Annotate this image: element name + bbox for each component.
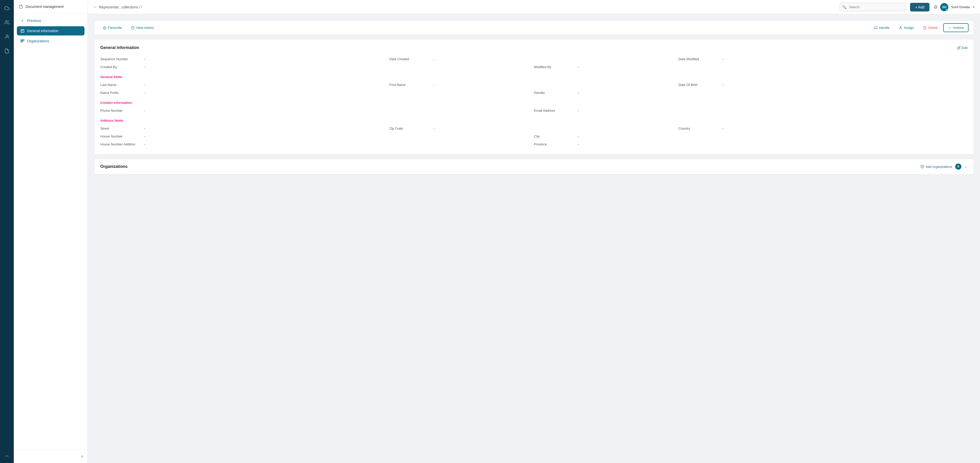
people-icon[interactable] bbox=[3, 18, 11, 27]
sidebar-item-previous[interactable]: Previous bbox=[17, 16, 84, 25]
back-arrow-icon[interactable]: ← bbox=[93, 4, 97, 10]
sidebar-item-general-information[interactable]: General information bbox=[17, 26, 84, 35]
main-area: ← Representat...collections / / 🔍 + Add … bbox=[88, 0, 980, 463]
content-area: Favourite View history Handle Assign bbox=[88, 14, 980, 463]
modified-by-field: Modified By - bbox=[534, 63, 968, 71]
sidebar-previous-label: Previous bbox=[27, 19, 41, 23]
search-wrapper: 🔍 bbox=[840, 3, 906, 11]
cloud-icon[interactable] bbox=[3, 4, 11, 12]
organizations-chevron-icon[interactable]: ⌄ bbox=[964, 165, 967, 169]
view-history-label: View history bbox=[136, 26, 154, 30]
svg-rect-5 bbox=[21, 40, 22, 41]
house-number-value: - bbox=[144, 135, 145, 138]
add-organizations-button[interactable]: Add organizations bbox=[921, 165, 952, 169]
last-name-label: Last Name bbox=[100, 83, 141, 87]
svg-marker-10 bbox=[103, 26, 106, 29]
gender-value: - bbox=[578, 91, 579, 95]
user-dropdown-icon[interactable]: ▼ bbox=[972, 6, 975, 8]
user-name: Sunil Gowda bbox=[951, 5, 970, 9]
expand-rail-button[interactable]: >> bbox=[5, 454, 9, 458]
created-by-value: - bbox=[144, 65, 145, 69]
name-prefix-value: - bbox=[144, 91, 145, 95]
first-name-value: - bbox=[433, 83, 434, 87]
user-section[interactable]: ⚙ SU Sunil Gowda ▼ bbox=[934, 3, 975, 11]
svg-rect-2 bbox=[21, 29, 24, 32]
house-number-addition-label: House Number Addition bbox=[100, 142, 141, 146]
gender-label: Gender bbox=[534, 91, 575, 95]
general-info-card: General information Edit Sequence Number… bbox=[94, 39, 974, 155]
search-input[interactable] bbox=[840, 3, 906, 11]
last-name-field: Last Name - bbox=[100, 81, 389, 89]
general-fields-row1: Last Name - First Name - Date Of Birth - bbox=[100, 81, 967, 89]
online-indicator bbox=[946, 9, 948, 11]
breadcrumb: ← Representat...collections / / bbox=[93, 4, 835, 10]
sidebar-collapse-button[interactable]: « bbox=[81, 453, 83, 459]
organizations-count-badge: 0 bbox=[955, 163, 961, 170]
country-value: - bbox=[722, 127, 724, 130]
modified-by-value: - bbox=[578, 65, 579, 69]
first-name-field: First Name - bbox=[389, 81, 678, 89]
field-grid-row1: Sequence Number - Date Created - Date Mo… bbox=[100, 55, 967, 63]
organizations-count: 0 bbox=[958, 165, 959, 168]
assign-label: Assign bbox=[904, 26, 914, 30]
delete-button[interactable]: Delete bbox=[920, 24, 942, 32]
email-address-field: Email Address - bbox=[534, 107, 968, 114]
edit-button[interactable]: Edit bbox=[957, 46, 967, 50]
email-address-label: Email Address bbox=[534, 109, 575, 113]
address-fields-section-label: Address fields bbox=[100, 119, 967, 122]
actions-button[interactable]: Actions bbox=[943, 23, 969, 32]
gear-icon[interactable]: ⚙ bbox=[934, 4, 938, 10]
assign-button[interactable]: Assign bbox=[895, 24, 918, 32]
add-button[interactable]: + Add bbox=[910, 3, 929, 11]
handle-button[interactable]: Handle bbox=[870, 24, 893, 32]
svg-point-1 bbox=[6, 35, 8, 37]
sidebar-item-organizations[interactable]: Organizations bbox=[17, 36, 84, 46]
phone-number-label: Phone Number bbox=[100, 109, 141, 113]
general-fields-row2: Name Prefix - Gender - bbox=[100, 89, 967, 97]
general-info-title: General information bbox=[100, 45, 139, 50]
street-value: - bbox=[144, 127, 145, 130]
field-grid-row2: Created By - Modified By - bbox=[100, 63, 967, 71]
last-name-value: - bbox=[144, 83, 145, 87]
province-field: Province - bbox=[534, 140, 968, 148]
address-row3: House Number Addition - Province - bbox=[100, 140, 967, 148]
date-created-label: Date Created bbox=[389, 57, 430, 61]
user-admin-icon[interactable] bbox=[3, 33, 11, 41]
svg-point-0 bbox=[5, 21, 7, 22]
breadcrumb-text: Representat...collections / / bbox=[99, 5, 142, 9]
city-label: City bbox=[534, 135, 575, 138]
sequence-number-label: Sequence Number bbox=[100, 57, 141, 61]
svg-point-14 bbox=[951, 27, 951, 28]
sidebar-nav: Previous General information Organizatio… bbox=[14, 14, 88, 49]
address-row1: Street - Zip Code - Country - bbox=[100, 124, 967, 132]
handle-label: Handle bbox=[879, 26, 889, 30]
address-row2: House Number - City - bbox=[100, 132, 967, 140]
sidebar-doc-management[interactable]: Document management bbox=[14, 0, 88, 14]
svg-rect-6 bbox=[22, 40, 23, 41]
organizations-header: Organizations Add organizations 0 ⌄ bbox=[100, 163, 967, 170]
city-value: - bbox=[578, 135, 579, 138]
house-number-addition-field: House Number Addition - bbox=[100, 140, 534, 148]
country-field: Country - bbox=[679, 124, 967, 132]
province-label: Province bbox=[534, 142, 575, 146]
date-created-value: - bbox=[433, 57, 434, 61]
sidebar-collapse-section: « bbox=[14, 449, 88, 463]
contact-fields-row1: Phone Number - Email Address - bbox=[100, 107, 967, 114]
date-of-birth-field: Date Of Birth - bbox=[679, 81, 967, 89]
view-history-button[interactable]: View history bbox=[127, 24, 158, 32]
doc-management-label: Document management bbox=[25, 5, 64, 9]
favourite-button[interactable]: Favourite bbox=[99, 24, 125, 32]
province-value: - bbox=[578, 142, 579, 146]
svg-rect-9 bbox=[22, 41, 23, 42]
document-icon[interactable] bbox=[3, 47, 11, 55]
first-name-label: First Name bbox=[389, 83, 430, 87]
avatar: SU bbox=[940, 3, 948, 11]
country-label: Country bbox=[679, 127, 719, 130]
street-field: Street - bbox=[100, 124, 389, 132]
svg-rect-7 bbox=[23, 40, 24, 41]
zip-code-value: - bbox=[433, 127, 434, 130]
gender-field: Gender - bbox=[534, 89, 968, 97]
house-number-field: House Number - bbox=[100, 132, 534, 140]
house-number-addition-value: - bbox=[144, 142, 145, 146]
sequence-number-value: - bbox=[144, 57, 145, 61]
